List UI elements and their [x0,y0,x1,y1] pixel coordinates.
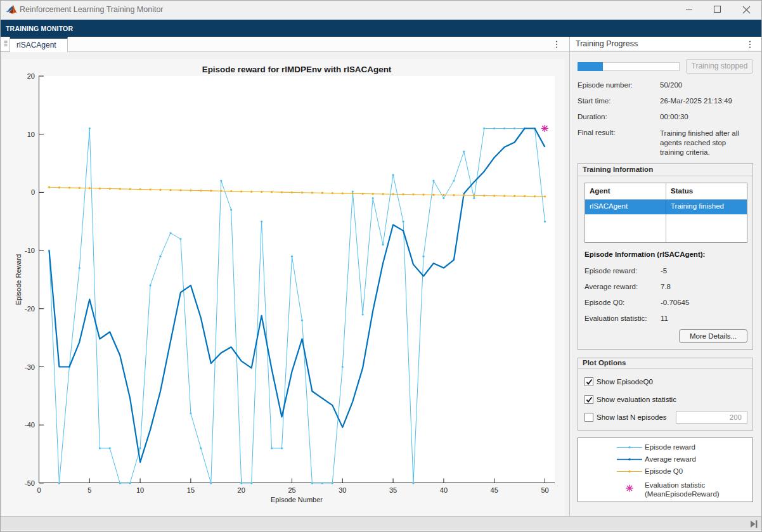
svg-text:(MeanEpisodeReward): (MeanEpisodeReward) [645,490,720,498]
svg-text:Episode Reward: Episode Reward [15,254,22,306]
svg-text:25: 25 [288,486,295,494]
svg-text:Episode Q0: Episode Q0 [645,467,683,475]
svg-text:Episode Number: Episode Number [271,496,323,503]
svg-text:Episode reward: Episode reward [645,443,695,451]
svg-text:45: 45 [491,486,498,494]
svg-text:10: 10 [27,131,35,138]
svg-text:0: 0 [37,486,41,494]
svg-text:0: 0 [31,188,35,196]
svg-text:-20: -20 [25,305,35,313]
svg-text:50: 50 [541,486,548,494]
svg-text:30: 30 [339,486,346,494]
svg-text:Average reward: Average reward [645,455,696,463]
svg-text:15: 15 [187,486,195,494]
svg-text:-40: -40 [25,421,35,429]
svg-text:-30: -30 [25,363,35,371]
svg-text:35: 35 [389,486,397,494]
svg-text:-50: -50 [25,479,35,487]
svg-text:20: 20 [27,72,35,80]
svg-text:Evaluation statistic: Evaluation statistic [645,481,705,489]
svg-text:20: 20 [238,486,245,494]
svg-text:40: 40 [440,486,448,494]
svg-text:10: 10 [136,486,144,494]
svg-text:Episode reward for rlMDPEnv wi: Episode reward for rlMDPEnv with rlSACAg… [202,65,392,74]
svg-text:5: 5 [87,486,91,494]
svg-text:-10: -10 [25,247,35,254]
